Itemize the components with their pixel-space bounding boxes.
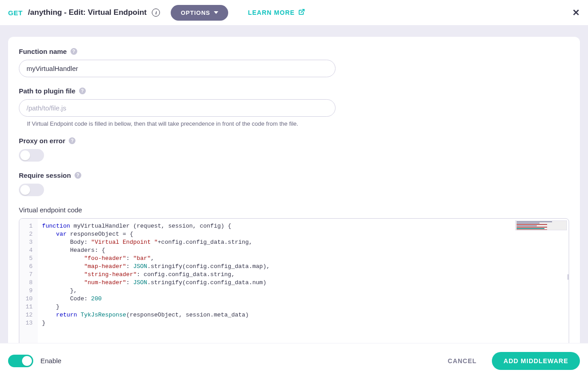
plugin-path-label: Path to plugin file xyxy=(19,87,75,95)
top-bar: GET /anything - Edit: Virtual Endpoint i… xyxy=(0,0,588,25)
require-session-label: Require session xyxy=(19,171,71,179)
footer-bar: Enable CANCEL ADD MIDDLEWARE xyxy=(0,343,588,378)
cancel-button[interactable]: CANCEL xyxy=(440,353,485,369)
help-icon[interactable]: ? xyxy=(71,48,77,55)
function-name-group: Function name ? xyxy=(19,48,569,77)
options-button-label: OPTIONS xyxy=(181,9,210,16)
plugin-path-group: Path to plugin file ? If Virtual Endpoin… xyxy=(19,87,569,127)
external-link-icon xyxy=(298,9,305,17)
code-label: Virtual endpoint code xyxy=(19,206,82,214)
code-minimap[interactable] xyxy=(515,220,567,230)
enable-toggle[interactable] xyxy=(8,355,33,367)
function-name-input[interactable] xyxy=(19,60,336,77)
scrollbar-thumb[interactable] xyxy=(567,274,569,280)
require-session-toggle[interactable] xyxy=(19,184,44,196)
code-body[interactable]: function myVirtualHandler (request, sess… xyxy=(38,219,569,343)
help-icon[interactable]: ? xyxy=(79,88,86,94)
code-editor[interactable]: 12345678910111213 function myVirtualHand… xyxy=(19,218,569,343)
http-method-badge: GET xyxy=(8,9,22,17)
chevron-down-icon xyxy=(214,11,218,14)
proxy-on-error-group: Proxy on error ? xyxy=(19,137,569,162)
help-icon[interactable]: ? xyxy=(75,172,81,179)
enable-label: Enable xyxy=(40,357,62,365)
plugin-path-input[interactable] xyxy=(19,99,336,117)
proxy-on-error-label: Proxy on error xyxy=(19,137,65,145)
info-icon[interactable]: i xyxy=(152,9,160,17)
code-group: Virtual endpoint code 12345678910111213 … xyxy=(19,206,569,343)
form-card: Function name ? Path to plugin file ? If… xyxy=(8,37,580,343)
page-title: /anything - Edit: Virtual Endpoint xyxy=(28,8,146,17)
learn-more-label: LEARN MORE xyxy=(248,9,295,16)
help-icon[interactable]: ? xyxy=(69,137,75,144)
require-session-group: Require session ? xyxy=(19,171,569,196)
options-button[interactable]: OPTIONS xyxy=(171,5,228,21)
code-gutter: 12345678910111213 xyxy=(19,219,38,343)
proxy-on-error-toggle[interactable] xyxy=(19,149,44,162)
close-icon[interactable]: ✕ xyxy=(572,7,580,18)
add-middleware-button[interactable]: ADD MIDDLEWARE xyxy=(492,352,580,370)
main-content: Function name ? Path to plugin file ? If… xyxy=(0,25,588,343)
plugin-path-hint: If Virtual Endpoint code is filled in be… xyxy=(19,120,569,127)
function-name-label: Function name xyxy=(19,48,67,55)
learn-more-link[interactable]: LEARN MORE xyxy=(248,9,305,17)
